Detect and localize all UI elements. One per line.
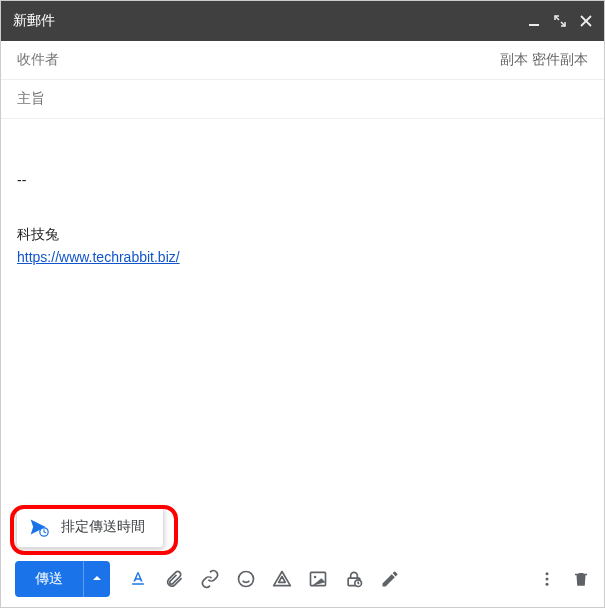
send-button[interactable]: 傳送 <box>15 561 83 597</box>
recipients-label: 收件者 <box>17 51 500 69</box>
schedule-send-label: 排定傳送時間 <box>61 518 145 536</box>
minimize-icon[interactable] <box>528 15 540 27</box>
svg-point-2 <box>239 572 254 587</box>
attach-icon[interactable] <box>164 569 184 589</box>
fullscreen-icon[interactable] <box>554 15 566 27</box>
image-icon[interactable] <box>308 569 328 589</box>
svg-point-4 <box>314 576 317 579</box>
svg-point-8 <box>546 578 549 581</box>
toolbar-right <box>538 570 590 588</box>
formatting-icons <box>128 569 400 589</box>
svg-point-7 <box>546 572 549 575</box>
window-actions <box>528 15 592 27</box>
subject-row[interactable]: 主旨 <box>1 80 604 119</box>
more-options-icon[interactable] <box>538 570 556 588</box>
schedule-send-menu-item[interactable]: 排定傳送時間 <box>16 506 164 548</box>
cc-label[interactable]: 副本 <box>500 51 528 67</box>
emoji-icon[interactable] <box>236 569 256 589</box>
signature-name: 科技兔 <box>17 223 588 245</box>
window-title: 新郵件 <box>13 12 528 30</box>
svg-rect-0 <box>529 24 539 26</box>
schedule-send-icon <box>29 517 49 537</box>
text-format-icon[interactable] <box>128 569 148 589</box>
compose-window: 新郵件 收件者 副本 密件副本 主旨 -- 科技兔 https://www.te… <box>0 0 605 608</box>
cc-bcc-toggle[interactable]: 副本 密件副本 <box>500 51 588 69</box>
bcc-label[interactable]: 密件副本 <box>532 51 588 67</box>
signature-separator: -- <box>17 169 588 191</box>
svg-point-9 <box>546 583 549 586</box>
pen-icon[interactable] <box>380 569 400 589</box>
link-icon[interactable] <box>200 569 220 589</box>
signature-link[interactable]: https://www.techrabbit.biz/ <box>17 249 180 265</box>
email-body[interactable]: -- 科技兔 https://www.techrabbit.biz/ <box>1 119 604 551</box>
confidential-icon[interactable] <box>344 569 364 589</box>
subject-placeholder: 主旨 <box>17 90 45 106</box>
drive-icon[interactable] <box>272 569 292 589</box>
close-icon[interactable] <box>580 15 592 27</box>
discard-icon[interactable] <box>572 570 590 588</box>
send-button-group: 傳送 <box>15 561 110 597</box>
compose-toolbar: 傳送 <box>1 551 604 607</box>
recipients-row[interactable]: 收件者 副本 密件副本 <box>1 41 604 80</box>
send-more-button[interactable] <box>83 561 110 597</box>
window-header: 新郵件 <box>1 1 604 41</box>
